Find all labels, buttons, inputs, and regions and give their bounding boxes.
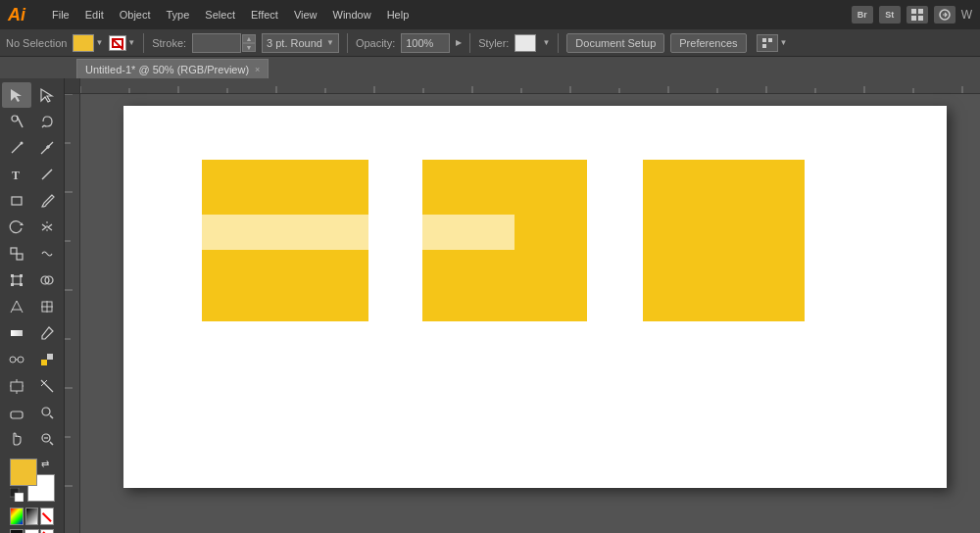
tab-close-icon[interactable]: × — [255, 65, 260, 74]
stroke-chevron-icon[interactable]: ▼ — [127, 38, 135, 47]
menu-help[interactable]: Help — [380, 7, 416, 23]
white-swatch[interactable] — [24, 529, 38, 533]
paintbrush-tool[interactable] — [32, 188, 62, 214]
menu-effect[interactable]: Effect — [244, 7, 285, 23]
default-colors-icon[interactable] — [10, 488, 24, 502]
brush-style-dropdown[interactable]: 3 pt. Round ▼ — [262, 33, 339, 53]
menu-select[interactable]: Select — [198, 7, 242, 23]
styler-chevron-icon[interactable]: ▼ — [542, 38, 550, 47]
stroke-spin-up[interactable]: ▲ — [242, 34, 256, 43]
svg-rect-40 — [41, 360, 47, 365]
shape-2-stripe — [422, 215, 514, 250]
preferences-button[interactable]: Preferences — [670, 33, 746, 53]
menu-view[interactable]: View — [287, 7, 324, 23]
reflect-tool[interactable] — [32, 215, 62, 240]
swap-colors-icon[interactable]: ⇄ — [41, 459, 55, 472]
document-tab[interactable]: Untitled-1* @ 50% (RGB/Preview) × — [76, 59, 269, 78]
rectangle-tool[interactable] — [2, 188, 31, 214]
menu-file[interactable]: File — [45, 7, 76, 23]
rotate-tool[interactable] — [2, 215, 31, 240]
bridge-icon[interactable]: Br — [852, 6, 873, 24]
zoom-tool[interactable] — [32, 400, 62, 425]
brush-chevron-icon: ▼ — [326, 38, 334, 47]
view-chevron-icon[interactable]: ▼ — [780, 38, 788, 47]
svg-point-11 — [21, 142, 24, 145]
eyedropper-tool[interactable] — [32, 320, 62, 346]
opacity-expand-icon[interactable]: ▶ — [456, 38, 462, 47]
stroke-spin-down[interactable]: ▼ — [242, 43, 256, 52]
svg-rect-25 — [20, 274, 23, 277]
svg-rect-1 — [918, 9, 923, 14]
add-anchor-tool[interactable] — [32, 135, 62, 161]
shape-2[interactable] — [422, 160, 587, 321]
scale-tool[interactable] — [2, 241, 31, 266]
eraser-tool[interactable] — [2, 400, 31, 425]
mini-swatch-row — [6, 529, 58, 533]
svg-rect-20 — [11, 248, 17, 254]
menu-window[interactable]: Window — [326, 7, 378, 23]
svg-rect-24 — [11, 274, 14, 277]
svg-rect-23 — [13, 276, 21, 284]
svg-text:T: T — [12, 169, 20, 182]
menu-type[interactable]: Type — [160, 7, 197, 23]
grid-view-icon[interactable] — [906, 6, 928, 24]
share-icon[interactable] — [934, 6, 956, 24]
black-swatch[interactable] — [10, 529, 24, 533]
svg-line-47 — [41, 380, 53, 392]
none-color-icon[interactable] — [40, 508, 54, 525]
document-setup-button[interactable]: Document Setup — [566, 33, 664, 53]
tab-bar: Untitled-1* @ 50% (RGB/Preview) × — [0, 57, 980, 78]
svg-rect-27 — [20, 283, 23, 286]
opacity-input[interactable]: 100% — [401, 33, 450, 53]
tab-title: Untitled-1* @ 50% (RGB/Preview) — [85, 64, 249, 75]
title-bar: Ai File Edit Object Type Select Effect V… — [0, 0, 980, 29]
gradient-tool[interactable] — [2, 320, 31, 346]
menu-object[interactable]: Object — [113, 7, 158, 23]
live-paint-tool[interactable] — [32, 347, 62, 372]
slice-tool[interactable] — [32, 373, 62, 399]
lasso-tool[interactable] — [32, 109, 62, 134]
artboard-tool[interactable] — [2, 373, 31, 399]
svg-line-16 — [42, 170, 52, 179]
hand-tool[interactable] — [2, 426, 31, 452]
perspective-grid-tool[interactable] — [2, 294, 31, 319]
tool-row-13 — [2, 400, 62, 425]
gradient-mode-icon[interactable] — [25, 508, 39, 525]
svg-point-38 — [18, 357, 24, 363]
pen-tool[interactable] — [2, 135, 31, 161]
blend-tool[interactable] — [2, 347, 31, 372]
view-arrange-icon[interactable] — [757, 34, 778, 52]
svg-line-30 — [11, 301, 17, 313]
shape-builder-tool[interactable] — [32, 267, 62, 293]
line-tool[interactable] — [32, 162, 62, 187]
stroke-weight-input[interactable] — [192, 33, 241, 53]
artboard[interactable] — [123, 106, 947, 488]
red-slash-swatch[interactable] — [40, 529, 54, 533]
zoom-out-tool[interactable] — [32, 426, 62, 452]
mesh-tool[interactable] — [32, 294, 62, 319]
svg-rect-55 — [15, 493, 24, 502]
fill-swatch[interactable] — [73, 34, 94, 52]
selection-label: No Selection — [6, 37, 67, 49]
type-tool[interactable]: T — [2, 162, 31, 187]
warp-tool[interactable] — [32, 241, 62, 266]
direct-selection-tool[interactable] — [32, 82, 62, 108]
styler-swatch[interactable] — [514, 34, 536, 52]
tool-row-11 — [2, 347, 62, 372]
foreground-color-swatch[interactable] — [10, 459, 37, 486]
svg-line-50 — [50, 415, 53, 418]
shape-1[interactable] — [202, 160, 368, 321]
canvas-area[interactable] — [65, 78, 980, 533]
svg-rect-48 — [11, 412, 23, 418]
free-transform-tool[interactable] — [2, 267, 31, 293]
magic-wand-tool[interactable] — [2, 109, 31, 134]
toolbox-colors: ⇄ — [2, 453, 62, 533]
fill-chevron-icon[interactable]: ▼ — [95, 38, 103, 47]
color-mode-icon[interactable] — [10, 508, 24, 525]
stock-icon[interactable]: St — [879, 6, 901, 24]
selection-tool[interactable] — [2, 82, 31, 108]
stroke-swatch[interactable] — [109, 35, 126, 51]
svg-rect-7 — [762, 44, 766, 48]
menu-edit[interactable]: Edit — [78, 7, 111, 23]
shape-3[interactable] — [643, 160, 805, 321]
